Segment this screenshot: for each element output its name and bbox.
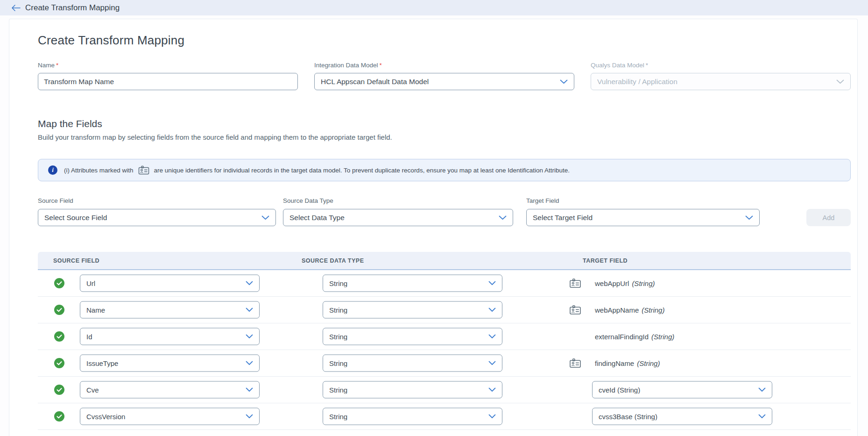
row-source-data-type-select[interactable]: String — [323, 301, 502, 319]
target-field-value: webAppName(String) — [595, 306, 664, 314]
check-circle-icon — [54, 331, 64, 342]
chevron-down-icon — [246, 335, 253, 339]
chevron-down-icon — [488, 335, 496, 339]
qualys-data-model-label: Qualys Data Model* — [591, 62, 851, 69]
required-asterisk: * — [646, 62, 648, 69]
row-source-data-type-select[interactable]: String — [323, 408, 502, 425]
check-circle-icon — [54, 358, 64, 368]
table-row: Id String externalFindingId(String) — [38, 323, 851, 350]
row-source-data-type-select[interactable]: String — [323, 381, 502, 399]
target-field-column-header: TARGET FIELD — [583, 257, 628, 264]
back-button[interactable] — [11, 5, 21, 11]
chevron-down-icon — [246, 281, 253, 286]
source-field-label: Source Field — [38, 197, 276, 204]
table-row: CvssVersion String cvss3Base (String) — [38, 403, 851, 430]
chevron-down-icon — [745, 215, 753, 220]
name-field-group: Name* — [38, 62, 298, 90]
target-field-label: Target Field — [526, 197, 760, 204]
map-fields-heading: Map the Fields — [38, 118, 851, 129]
qualys-data-model-group: Qualys Data Model* Vulnerability / Appli… — [591, 62, 851, 90]
table-header: SOURCE FIELD SOURCE DATA TYPE TARGET FIE… — [38, 252, 851, 270]
id-badge-icon — [569, 358, 581, 368]
row-source-field-select[interactable]: IssueType — [80, 355, 260, 372]
integration-data-model-group: Integration Data Model* HCL Appscan Defa… — [314, 62, 574, 90]
chevron-down-icon — [488, 415, 496, 419]
source-field-group: Source Field Select Source Field — [38, 197, 276, 226]
add-button[interactable]: Add — [806, 209, 851, 226]
target-field-value: webAppUrl(String) — [595, 279, 655, 287]
row-source-field-select[interactable]: Url — [80, 275, 260, 292]
row-source-field-select[interactable]: Id — [80, 328, 260, 345]
chevron-down-icon — [488, 388, 496, 392]
top-bar: Create Transform Mapping — [0, 0, 868, 15]
check-circle-icon — [54, 278, 64, 288]
table-row: Url String webAppUrl(String) — [38, 270, 851, 297]
chevron-down-icon — [261, 215, 269, 220]
table-row: Cve String cveId (String) — [38, 377, 851, 403]
check-circle-icon — [54, 411, 64, 422]
target-field-group: Target Field Select Target Field — [526, 197, 760, 226]
required-asterisk: * — [56, 62, 58, 69]
integration-data-model-label: Integration Data Model* — [314, 62, 574, 69]
name-label: Name* — [38, 62, 298, 69]
target-field-value: externalFindingId(String) — [595, 333, 674, 341]
create-transform-mapping-card: Create Transform Mapping Name* Integrati… — [9, 19, 858, 436]
transform-mapping-form: Name* Integration Data Model* HCL Appsca… — [38, 62, 851, 90]
identification-info-banner: i (i) Attributes marked with are unique … — [38, 159, 851, 181]
chevron-down-icon — [836, 79, 844, 84]
banner-text: (i) Attributes marked with are unique id… — [64, 165, 570, 175]
chevron-down-icon — [560, 79, 568, 84]
info-icon: i — [48, 165, 57, 175]
chevron-down-icon — [246, 361, 253, 365]
table-row: IssueType String findingName(String) — [38, 350, 851, 377]
target-field-value: findingName(String) — [595, 359, 660, 367]
chevron-down-icon — [499, 215, 507, 220]
table-body: Url String webAppUrl(String) — [38, 270, 851, 430]
name-input[interactable] — [38, 73, 298, 90]
table-row: Name String webAppName(String) — [38, 297, 851, 323]
topbar-title: Create Transform Mapping — [25, 3, 120, 13]
id-badge-icon — [138, 165, 149, 175]
mappings-table: SOURCE FIELD SOURCE DATA TYPE TARGET FIE… — [38, 252, 851, 430]
target-field-select[interactable]: Select Target Field — [526, 209, 760, 226]
check-circle-icon — [54, 305, 64, 315]
row-source-data-type-select[interactable]: String — [323, 328, 502, 345]
check-circle-icon — [54, 385, 64, 395]
chevron-down-icon — [246, 308, 253, 312]
id-badge-icon — [569, 279, 581, 288]
source-data-type-label: Source Data Type — [283, 197, 513, 204]
row-target-field-select[interactable]: cveId (String) — [592, 381, 772, 399]
source-data-type-group: Source Data Type Select Data Type — [283, 197, 513, 226]
chevron-down-icon — [488, 308, 496, 312]
row-source-field-select[interactable]: Name — [80, 301, 260, 319]
chevron-down-icon — [758, 415, 766, 419]
row-source-data-type-select[interactable]: String — [323, 275, 502, 292]
source-data-type-select[interactable]: Select Data Type — [283, 209, 513, 226]
chevron-down-icon — [758, 388, 766, 392]
chevron-down-icon — [488, 361, 496, 365]
row-source-data-type-select[interactable]: String — [323, 355, 502, 372]
row-source-field-select[interactable]: CvssVersion — [80, 408, 260, 425]
add-mapping-row: Source Field Select Source Field Source … — [38, 197, 851, 226]
source-data-type-column-header: SOURCE DATA TYPE — [302, 257, 364, 264]
source-field-column-header: SOURCE FIELD — [53, 257, 99, 264]
row-source-field-select[interactable]: Cve — [80, 381, 260, 399]
row-target-field-select[interactable]: cvss3Base (String) — [592, 408, 772, 425]
integration-data-model-select[interactable]: HCL Appscan Default Data Model — [314, 73, 574, 90]
qualys-data-model-select: Vulnerability / Application — [591, 73, 851, 90]
page-title: Create Transform Mapping — [38, 33, 851, 48]
arrow-left-icon — [11, 5, 21, 11]
chevron-down-icon — [488, 281, 496, 286]
source-field-select[interactable]: Select Source Field — [38, 209, 276, 226]
map-fields-description: Build your transform map by selecting fi… — [38, 133, 851, 141]
required-asterisk: * — [380, 62, 382, 69]
id-badge-icon — [569, 305, 581, 315]
chevron-down-icon — [246, 415, 253, 419]
chevron-down-icon — [246, 388, 253, 392]
